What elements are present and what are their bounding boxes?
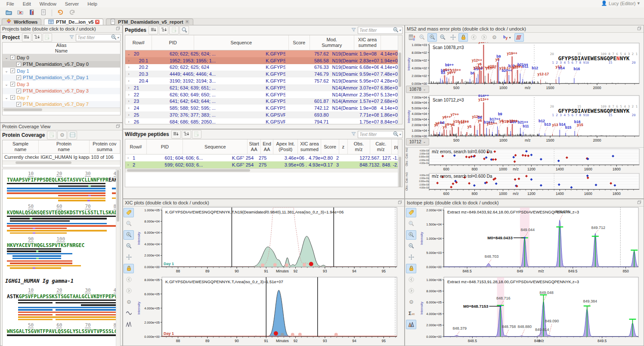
peptide-coverage-bar[interactable] [58,200,105,201]
checkbox[interactable]: ✓ [16,102,21,107]
next-button[interactable] [479,33,489,42]
peptide-coverage-bar[interactable] [10,263,73,264]
sort-tree-button[interactable] [159,26,168,34]
expander-icon[interactable]: › [125,65,132,69]
checkbox[interactable]: ✓ [10,82,15,86]
close-icon[interactable]: ✕ [95,20,99,24]
peptide-coverage-bar[interactable] [18,316,121,318]
lock-button[interactable] [124,264,134,273]
checkbox[interactable]: ✓ [10,55,15,60]
expander-icon[interactable]: ⌄ [4,96,9,100]
zoom-out-button[interactable] [406,241,416,251]
redo-button[interactable] [67,8,77,18]
tree-item-day-3[interactable]: ⌄✓Day 3 [3,81,120,88]
tree-item-ptm-deamidation-v5-7-day-1[interactable]: ✓PTM_Deamidation_v5.7_Day 1 [3,74,120,81]
menu-window[interactable]: Window [36,1,60,7]
checkbox[interactable]: ✓ [10,95,15,100]
isotope-plots-panel-header[interactable]: Isotope plots (double click to dock / un… [405,199,644,207]
ms2-spectrum-plot[interactable]: 7.000e+046.000e+045.000e+044.000e+043.00… [405,95,643,147]
expander-icon[interactable]: › [125,156,131,160]
split-pane-button[interactable] [68,131,77,139]
table-row[interactable]: ⌄20620; 622; 625; 624; ...K.GFYPSDIAVEWE… [125,50,402,57]
peptide-coverage-bar[interactable] [56,302,121,303]
peptide-coverage-bar[interactable] [18,312,121,313]
column-header[interactable]: Sequence [194,35,289,50]
by-ions-dropdown[interactable]: by▾ [500,33,514,42]
gear-button[interactable]: ⚙ [124,297,134,307]
gear-button[interactable]: ⚙ [489,33,499,42]
mass-error-plot[interactable]: 4.000e-012.000e-010.000e+00-2.000e-01-4.… [405,148,643,172]
column-header[interactable]: XIC area summed [298,139,321,154]
horizontal-scrollbar[interactable] [3,108,121,112]
column-header[interactable]: PID [152,35,194,50]
expander-icon[interactable]: › [125,120,132,124]
mass-error-plot[interactable]: 4.000e-012.000e-010.000e+00-2.000e-01-4.… [405,172,643,196]
gear-button[interactable]: ⚙ [406,297,416,307]
peaks-button[interactable] [124,320,134,329]
menu-file[interactable]: File [3,1,18,7]
peptide-coverage-bar[interactable] [7,198,105,199]
tab-workflows[interactable]: Workflows [2,19,41,25]
peptide-coverage-bar[interactable] [18,300,121,301]
text-filter-input[interactable]: Text filter▾ [76,34,121,41]
expander-icon[interactable]: › [125,163,131,167]
expander-icon[interactable]: › [125,72,132,76]
expander-icon[interactable]: › [125,93,132,97]
document-button[interactable] [38,8,49,18]
gear-button[interactable]: ⚙ [57,131,67,139]
column-header[interactable]: Calc. m/z [370,139,392,154]
checkbox[interactable]: ✓ [16,75,21,80]
column-header[interactable]: Protein cov summa [90,140,120,153]
peptide-coverage-bar[interactable] [18,307,121,308]
tree-item-day-0[interactable]: ⌄✓Day 0 [3,54,120,61]
scrollbar-thumb[interactable] [399,157,401,187]
peptide-coverage-bar[interactable] [12,258,61,259]
export-button[interactable] [47,131,56,139]
column-header[interactable]: z [339,139,348,154]
peptide-coverage-bar[interactable] [12,255,61,256]
export-button[interactable] [43,33,52,42]
column-header[interactable]: Mod. Summary [310,35,354,50]
vertical-scrollbar[interactable] [398,35,402,124]
expander-icon[interactable]: › [125,79,132,83]
checkbox[interactable]: ✓ [16,62,21,67]
vertical-scrollbar[interactable] [398,139,402,187]
scan-selector-10712[interactable]: 10712⌄ [406,138,429,145]
peptide-coverage-bar[interactable] [7,216,121,217]
peptide-coverage-bar[interactable] [81,304,121,306]
column-header[interactable]: Sample name [3,140,39,153]
sort-rows-button[interactable] [149,26,158,34]
peptide-coverage-bar[interactable] [7,230,67,231]
peptide-coverage-bar[interactable] [7,188,105,189]
column-header[interactable]: PID [147,139,183,154]
zoom-out-button[interactable] [438,33,447,42]
dock-icon[interactable] [115,124,121,130]
tab-ptm-de-ion-v5[interactable]: PTM_De...ion_v5✕ [44,19,103,25]
protein-coverage-panel-header[interactable]: Protein Coverage View [0,123,122,130]
peptide-coverage-bar[interactable] [67,223,107,224]
peptide-coverage-bar[interactable] [7,190,105,192]
text-filter-input[interactable]: Text filter▾ [358,131,402,138]
column-header[interactable]: Sequence [183,139,248,154]
tree-item-day-1[interactable]: ⌄✓Day 1 [3,68,120,74]
scrollbar-thumb[interactable] [127,169,250,172]
dock-icon[interactable] [637,26,642,32]
prev-button[interactable] [124,275,134,284]
peptide-coverage-bar[interactable] [18,314,52,315]
tree-item-day-7[interactable]: ⌄✓Day 7 [3,94,120,101]
zoom-in-button[interactable] [406,230,416,240]
column-header[interactable]: End AA [261,139,273,154]
peptide-coverage-bar[interactable] [56,314,121,315]
column-header[interactable]: Apex Int. (Posit) [273,139,298,154]
peptide-coverage-bar[interactable] [10,232,67,234]
peaks-fill-button[interactable] [406,320,416,329]
table-row[interactable]: ›20.11952; 1953; 1955; 1...K.GFYPSDIAVEW… [125,57,402,64]
tab-ptm-deamidation-v5-report[interactable]: PTM_Deamidation_v5_report✕ [106,19,193,25]
expander-icon[interactable]: › [125,99,132,103]
projects-table-panel-header[interactable]: Projects table (double click to dock / u… [0,25,122,33]
table-row[interactable]: ›20.43190; 3192; 3194; 3...K.GFYPSDIAVEW… [125,77,402,84]
lock-button[interactable] [406,264,416,273]
table-row[interactable]: ›24585; 588; 592; 595; ...K.GFYPSDIAVEWE… [125,105,402,111]
column-header[interactable]: Row# [125,35,152,50]
checkbox[interactable]: ✓ [10,68,15,73]
